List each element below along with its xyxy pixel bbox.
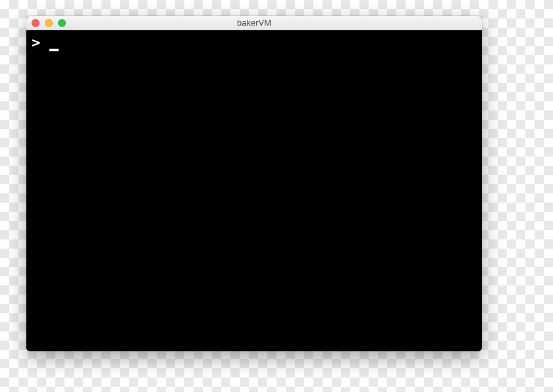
window-title: bakerVM	[26, 16, 482, 30]
terminal[interactable]: >	[26, 30, 482, 351]
maximize-button[interactable]	[58, 19, 66, 27]
minimize-button[interactable]	[45, 19, 53, 27]
prompt: >	[32, 34, 40, 51]
cursor-icon	[49, 49, 59, 51]
titlebar[interactable]: bakerVM	[26, 16, 482, 30]
app-window: bakerVM >	[26, 16, 482, 351]
traffic-lights	[32, 19, 66, 27]
close-button[interactable]	[32, 19, 40, 27]
